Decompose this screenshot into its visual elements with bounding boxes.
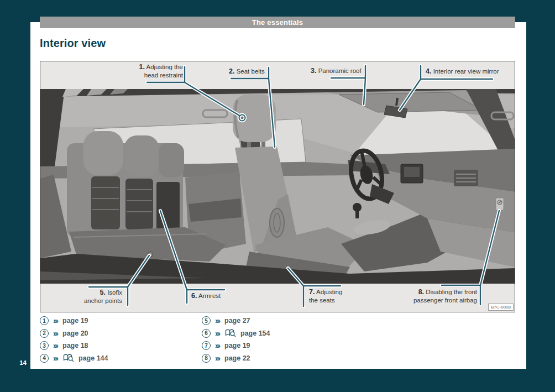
section-header-bar: The essentials	[40, 17, 515, 28]
chevron-icon: ›››	[215, 330, 219, 337]
page-number: 14	[14, 359, 27, 366]
car-interior-illustration	[40, 61, 515, 312]
ref-number-badge: 8	[202, 354, 211, 363]
reference-row-3[interactable]: 3 ››› page 18	[40, 341, 108, 350]
reference-row-7[interactable]: 7 ››› page 19	[202, 341, 270, 350]
ref-number-badge: 1	[40, 316, 49, 325]
page-link-text: page 22	[224, 354, 250, 362]
page-link-text: page 20	[62, 330, 88, 337]
reference-row-8[interactable]: 8 ››› page 22	[202, 354, 270, 363]
section-header-label: The essentials	[252, 18, 303, 27]
ref-number-badge: 4	[40, 354, 49, 363]
callout-rear-view-mirror: 4. Interior rear view mirror	[426, 67, 499, 76]
page-link-text: page 19	[62, 317, 88, 325]
callout-head-restraint: 1. Adjusting the head restraint	[139, 63, 184, 80]
book-search-icon	[225, 329, 237, 337]
page-link-text: page 27	[224, 317, 250, 325]
chevron-icon: ›››	[53, 354, 57, 362]
page-link-text: page 19	[224, 342, 250, 349]
reference-list-left: 1 ››› page 19 2 ››› page 20 3 ››› page 1…	[40, 316, 108, 363]
chevron-icon: ›››	[215, 342, 219, 349]
ref-number-badge: 5	[202, 316, 211, 325]
page-link-text: page 144	[78, 354, 108, 362]
chevron-icon: ›››	[215, 354, 219, 362]
page-title: Interior view	[40, 37, 106, 50]
reference-row-2[interactable]: 2 ››› page 20	[40, 329, 108, 338]
interior-view-figure: 1. Adjusting the head restraint 2. Seat …	[40, 61, 515, 312]
callout-armrest: 6. Armrest	[191, 292, 221, 300]
ref-number-badge: 6	[202, 329, 211, 338]
reference-row-6[interactable]: 6 ››› page 154	[202, 329, 270, 338]
figure-code-badge: B7C-0008	[488, 304, 514, 311]
reference-list-right: 5 ››› page 27 6 ››› page 154 7 ››› page …	[202, 316, 270, 363]
callout-panoramic-roof: 3. Panoramic roof	[311, 67, 362, 75]
chevron-icon: ›››	[53, 317, 57, 325]
reference-row-1[interactable]: 1 ››› page 19	[40, 316, 108, 325]
callout-seat-belts: 2. Seat belts	[229, 67, 265, 76]
ref-number-badge: 7	[202, 341, 211, 350]
callout-adjusting-seats: 7. Adjusting the seats	[309, 288, 342, 305]
callout-isofix: 5. Isofix anchor points	[84, 289, 122, 305]
chevron-icon: ›››	[215, 317, 219, 325]
page-link-text: page 18	[62, 342, 88, 349]
reference-row-5[interactable]: 5 ››› page 27	[202, 316, 270, 325]
chevron-icon: ›››	[53, 342, 57, 349]
ref-number-badge: 3	[40, 341, 49, 350]
page-link-text: page 154	[240, 330, 270, 337]
callout-passenger-airbag: 8. Disabling the front passenger front a…	[413, 288, 477, 305]
reference-row-4[interactable]: 4 ››› page 144	[40, 354, 108, 363]
ref-number-badge: 2	[40, 329, 49, 338]
chevron-icon: ›››	[53, 330, 57, 337]
book-search-icon	[63, 354, 75, 362]
